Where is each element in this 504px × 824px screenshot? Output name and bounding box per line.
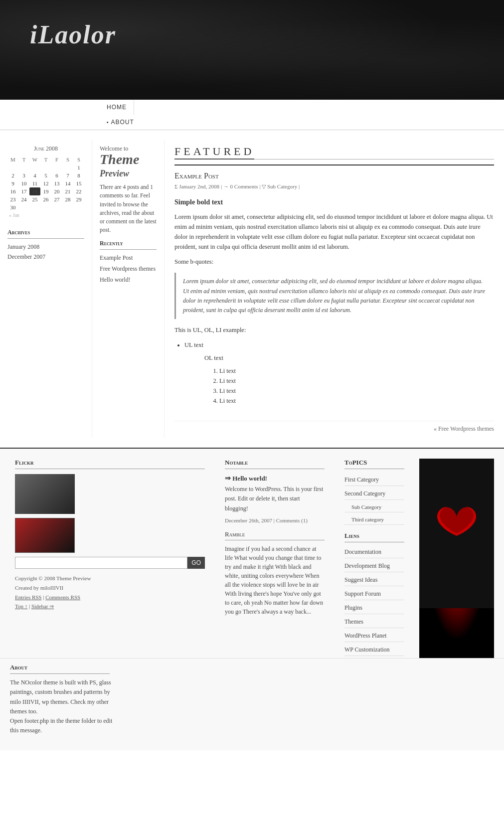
liens-list: Documentation Development Blog Suggest I… xyxy=(344,546,404,656)
topic-second-category[interactable]: Second Category xyxy=(344,490,385,497)
list-item: Support Forum xyxy=(344,588,404,600)
entries-rss-link[interactable]: Entries RSS xyxy=(15,594,41,600)
main-wrapper: June 2008 M T W T F S S 1 xyxy=(0,130,504,448)
flickr-image-1 xyxy=(15,474,75,514)
list-item: Free Wordpress themes xyxy=(100,265,157,273)
footer: Flickr GO Copyright © 2008 Theme Preview… xyxy=(0,448,504,750)
recently-free-themes[interactable]: Free Wordpress themes xyxy=(100,265,156,272)
cal-week-1: 1 xyxy=(7,164,84,171)
list-item: WordPress Planet xyxy=(344,630,404,642)
content-area: FEATURED Example Post Σ January 2nd, 200… xyxy=(165,140,504,438)
lien-dev-blog[interactable]: Development Blog xyxy=(344,562,390,569)
lien-support-forum[interactable]: Support Forum xyxy=(344,590,381,597)
archives-list: January 2008 December 2007 xyxy=(7,243,84,261)
cal-header-m: M xyxy=(7,156,18,164)
search-box: GO xyxy=(15,557,205,569)
comments-rss-link[interactable]: Comments RSS xyxy=(45,594,80,600)
ramble-text: Imagine if you had a second chance at li… xyxy=(225,544,325,616)
list-item: Second Category xyxy=(344,488,404,500)
featured-banner: FEATURED xyxy=(174,145,494,165)
search-button[interactable]: GO xyxy=(187,557,205,569)
list-item: December 2007 xyxy=(7,253,84,261)
list-item: OL text xyxy=(204,353,494,363)
header-decoration xyxy=(0,0,504,100)
liens-title: Liens xyxy=(344,532,404,542)
lien-documentation[interactable]: Documentation xyxy=(344,548,381,555)
welcome-desc: There are 4 posts and 1 comments so far.… xyxy=(100,183,157,235)
drip-svg xyxy=(419,459,494,608)
bullet-icon: • xyxy=(107,120,109,125)
cal-week-3: 9101112131415 xyxy=(7,179,84,187)
list-item: Li text xyxy=(219,376,494,386)
lien-themes[interactable]: Themes xyxy=(344,618,363,625)
topic-first-category[interactable]: First Category xyxy=(344,476,379,483)
topics-title: ToPICS xyxy=(344,459,404,469)
cal-week-5: 23242526272829 xyxy=(7,195,84,203)
cal-week-2: 2345678 xyxy=(7,171,84,179)
top-link[interactable]: Top ↑ xyxy=(15,603,27,609)
flickr-title: Flickr xyxy=(15,459,205,469)
about-text: The NOcolor theme is built with PS, glas… xyxy=(10,678,120,735)
meta-date: Σ January 2nd, 2008 xyxy=(174,183,219,189)
notable-title: Notable xyxy=(225,459,325,469)
archive-jan-2008[interactable]: January 2008 xyxy=(7,243,39,250)
footer-topics: ToPICS First Category Second Category Su… xyxy=(339,459,409,658)
list-item: Third category xyxy=(344,514,404,525)
topic-third-category[interactable]: Third category xyxy=(351,516,384,522)
cal-header-w: W xyxy=(29,156,40,164)
cal-header-s2: S xyxy=(73,156,84,164)
lien-plugins[interactable]: Plugins xyxy=(344,604,362,611)
meta-category[interactable]: Sub Category xyxy=(267,183,297,189)
footer-inner: Flickr GO Copyright © 2008 Theme Preview… xyxy=(0,459,504,658)
footer-flickr: Flickr GO Copyright © 2008 Theme Preview… xyxy=(10,459,210,658)
archive-dec-2007[interactable]: December 2007 xyxy=(7,253,45,260)
meta-comments[interactable]: 0 Comments xyxy=(230,183,258,189)
welcome-text: Welcome to Theme Preview There are 4 pos… xyxy=(100,145,157,235)
bquotes-label: Some b-quotes: xyxy=(174,257,494,267)
post-title: Example Post xyxy=(174,171,494,180)
navigation: HOME • ABOUT xyxy=(0,100,504,130)
topic-sub-category[interactable]: Sub Category xyxy=(351,504,381,510)
drip-image xyxy=(419,459,494,658)
featured-label: FEATURED xyxy=(174,145,494,160)
paragraph-1: Lorem ipsum dolor sit amet, consectetur … xyxy=(174,212,494,252)
recently-hello-world[interactable]: Hello world! xyxy=(100,276,131,283)
list-item: Li text xyxy=(219,366,494,376)
ul-list: UL text xyxy=(184,340,494,350)
svg-point-1 xyxy=(432,595,436,601)
recently-example-post[interactable]: Example Post xyxy=(100,254,133,261)
cal-header-s: S xyxy=(62,156,73,164)
footer-notable: Notable ⇒ Hello world! Welcome to WordPr… xyxy=(220,459,330,658)
archives-title: Archives xyxy=(7,229,84,239)
lien-suggest-ideas[interactable]: Suggest Ideas xyxy=(344,576,377,583)
post-title-link[interactable]: Example Post xyxy=(174,171,219,180)
drip-decoration xyxy=(419,459,494,658)
footer-created: Created by miloIIIVII xyxy=(15,583,205,593)
nav-about[interactable]: • ABOUT xyxy=(100,115,404,130)
list-item: First Category xyxy=(344,474,404,486)
list-item: Development Blog xyxy=(344,560,404,572)
post-meta: Σ January 2nd, 2008 | → 0 Comments | ▽ S… xyxy=(174,183,494,190)
prev-link[interactable]: « Free Wordpress themes xyxy=(434,425,494,432)
lien-wordpress-planet[interactable]: WordPress Planet xyxy=(344,632,387,639)
cal-week-7: « Jan xyxy=(7,211,84,219)
sidebar-link[interactable]: Sidebar ⇒ xyxy=(31,603,54,609)
lien-wp-customization[interactable]: WP Customization xyxy=(344,646,390,653)
list-item: Themes xyxy=(344,616,404,628)
topics-list: First Category Second Category Sub Categ… xyxy=(344,474,404,525)
recently-title: Recently xyxy=(100,240,157,250)
list-item: Sub Category xyxy=(344,502,404,512)
sidebar-mid: Welcome to Theme Preview There are 4 pos… xyxy=(92,140,165,438)
list-item: Li text xyxy=(219,386,494,396)
notable-desc: Welcome to WordPress. This is your first… xyxy=(225,485,325,513)
welcome-subtitle: Preview xyxy=(100,168,157,179)
nav-home[interactable]: HOME xyxy=(100,100,134,115)
footer-top-sidebar: Top ↑ | Sidebar ⇒ xyxy=(15,602,205,611)
list-item: Suggest Ideas xyxy=(344,574,404,586)
search-input[interactable] xyxy=(15,557,187,569)
cal-week-6: 30 xyxy=(7,203,84,211)
calendar-table: M T W T F S S 1 2345678 xyxy=(7,156,84,219)
flickr-img-decoration xyxy=(15,474,75,514)
list-item: Li text xyxy=(219,396,494,406)
cal-header-t: T xyxy=(18,156,29,164)
